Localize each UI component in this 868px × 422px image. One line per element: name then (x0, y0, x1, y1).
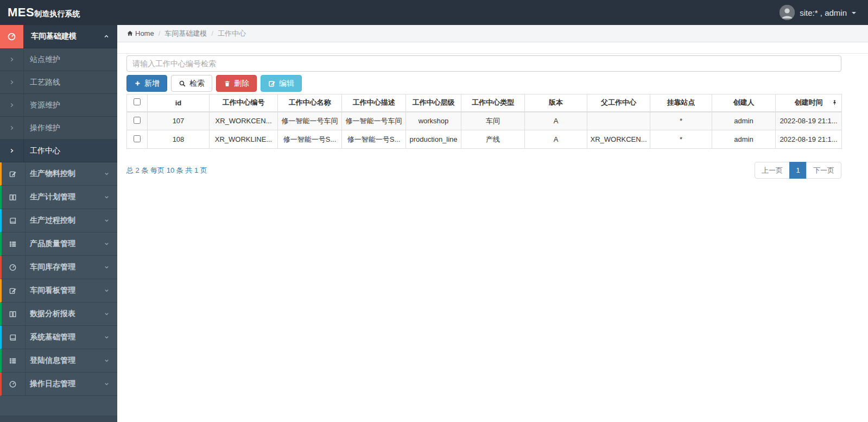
sidebar-item-workshop-modeling[interactable]: 车间基础建模 (0, 25, 117, 48)
chevron-right-icon (0, 102, 23, 108)
sidebar-item-label: 生产物料控制 (30, 169, 75, 179)
cell-type: 产线 (461, 130, 525, 149)
sidebar-item-operation-log-management[interactable]: 操作日志管理 (0, 373, 117, 396)
cell-creator: admin (712, 112, 776, 130)
search-button[interactable]: 检索 (171, 75, 212, 92)
edit-icon (268, 80, 276, 87)
chevron-down-icon (104, 288, 110, 294)
chevron-down-icon (104, 264, 110, 270)
cell-id: 108 (148, 130, 210, 149)
chevron-right-icon (0, 56, 23, 62)
cell-created: 2022-08-19 21:1... (776, 130, 842, 149)
breadcrumb-separator: / (159, 29, 161, 37)
chevron-down-icon (104, 311, 110, 317)
search-input[interactable] (126, 55, 841, 72)
main-content: Home / 车间基础建模 / 工作中心 新增 检索 删除 编辑 (117, 25, 868, 422)
breadcrumb-current: 工作中心 (218, 29, 246, 39)
select-all-checkbox[interactable] (134, 98, 141, 105)
sidebar-subitem-work-center[interactable]: 工作中心 (0, 140, 117, 162)
column-header-type[interactable]: 工作中心类型 (461, 95, 525, 112)
sidebar-item-label: 车间基础建模 (31, 32, 77, 41)
column-header-level[interactable]: 工作中心层级 (406, 95, 461, 112)
row-select-cell (127, 112, 148, 130)
edit-button-label: 编辑 (279, 79, 294, 89)
edit-icon (2, 170, 23, 178)
chevron-down-icon (104, 218, 110, 224)
cell-desc: 修一智能一号车间 (342, 112, 406, 130)
row-select-cell (127, 130, 148, 149)
column-header-desc[interactable]: 工作中心描述 (342, 95, 406, 112)
row-checkbox[interactable] (134, 117, 141, 124)
list-icon (2, 357, 23, 365)
sidebar-item-label: 产品质量管理 (30, 239, 75, 249)
sidebar-item-quality-management[interactable]: 产品质量管理 (0, 232, 117, 256)
column-header-version[interactable]: 版本 (525, 95, 587, 112)
sidebar-item-material-control[interactable]: 生产物料控制 (0, 162, 117, 186)
pin-icon[interactable] (832, 99, 838, 106)
app-logo: MES制造执行系统 (0, 5, 80, 20)
breadcrumb: Home / 车间基础建模 / 工作中心 (117, 25, 868, 42)
sidebar-item-inventory-management[interactable]: 车间库存管理 (0, 256, 117, 279)
column-header-id[interactable]: id (148, 95, 210, 112)
edit-button[interactable]: 编辑 (261, 75, 302, 92)
chevron-down-icon (104, 335, 110, 341)
pagination: 上一页 1 下一页 (755, 162, 841, 179)
sidebar-item-login-info-management[interactable]: 登陆信息管理 (0, 349, 117, 373)
caret-down-icon (852, 12, 856, 14)
search-icon (179, 80, 186, 87)
cell-parent (587, 112, 650, 130)
book-icon (2, 333, 23, 342)
select-all-cell (127, 95, 148, 112)
cell-version: A (525, 112, 587, 130)
sidebar-subitem-label: 操作维护 (30, 123, 60, 133)
sidebar-item-label: 系统基础管理 (30, 332, 75, 342)
add-button[interactable]: 新增 (126, 75, 167, 92)
cell-level: workshop (406, 112, 461, 130)
cell-creator: admin (712, 130, 776, 149)
user-menu[interactable]: site:* , admin (780, 5, 868, 20)
breadcrumb-section-link[interactable]: 车间基础建模 (164, 29, 207, 39)
column-header-created[interactable]: 创建时间 (776, 95, 842, 112)
work-center-table: id 工作中心编号 工作中心名称 工作中心描述 工作中心层级 工作中心类型 版本… (126, 94, 842, 149)
sidebar-item-label: 生产计划管理 (30, 192, 75, 202)
topbar: MES制造执行系统 site:* , admin (0, 0, 868, 25)
breadcrumb-separator: / (211, 29, 213, 37)
sidebar-item-plan-management[interactable]: 生产计划管理 (0, 186, 117, 209)
sidebar-subitem-site-maintenance[interactable]: 站点维护 (0, 48, 117, 71)
dashboard-icon (2, 380, 23, 388)
cell-station: * (650, 112, 712, 130)
sidebar-subitem-resource-maintenance[interactable]: 资源维护 (0, 94, 117, 117)
sidebar-item-kanban-management[interactable]: 车间看板管理 (0, 279, 117, 303)
table-row[interactable]: 107 XR_WORKCEN... 修一智能一号车间 修一智能一号车间 work… (127, 112, 842, 130)
column-header-station[interactable]: 挂靠站点 (650, 95, 712, 112)
cell-parent: XR_WORKCEN... (587, 130, 650, 149)
sidebar-item-data-analysis-reports[interactable]: 数据分析报表 (0, 303, 117, 326)
sidebar-subitem-process-route[interactable]: 工艺路线 (0, 71, 117, 94)
sidebar-item-label: 车间库存管理 (30, 262, 75, 272)
prev-page-button[interactable]: 上一页 (755, 162, 790, 179)
pagination-row: 总 2 条 每页 10 条 共 1 页 上一页 1 下一页 (126, 162, 841, 179)
sidebar-subitem-operation-maintenance[interactable]: 操作维护 (0, 117, 117, 140)
column-header-code[interactable]: 工作中心编号 (210, 95, 278, 112)
table-header-row: id 工作中心编号 工作中心名称 工作中心描述 工作中心层级 工作中心类型 版本… (127, 95, 842, 112)
delete-button[interactable]: 删除 (216, 75, 257, 92)
column-header-name[interactable]: 工作中心名称 (278, 95, 342, 112)
chevron-right-icon (0, 79, 23, 85)
sidebar-item-system-management[interactable]: 系统基础管理 (0, 326, 117, 349)
cell-name: 修一智能一号S... (278, 130, 342, 149)
table-row[interactable]: 108 XR_WORKLINE... 修一智能一号S... 修一智能一号S...… (127, 130, 842, 149)
chevron-down-icon (104, 381, 110, 387)
next-page-button[interactable]: 下一页 (806, 162, 841, 179)
column-header-creator[interactable]: 创建人 (712, 95, 776, 112)
current-page-button[interactable]: 1 (789, 162, 807, 179)
list-icon (2, 240, 23, 248)
sidebar-item-process-control[interactable]: 生产过程控制 (0, 209, 117, 232)
column-header-parent[interactable]: 父工作中心 (587, 95, 650, 112)
cell-code: XR_WORKLINE... (210, 130, 278, 149)
cell-level: production_line (406, 130, 461, 149)
breadcrumb-home-link[interactable]: Home (126, 29, 154, 37)
sidebar-subitem-label: 站点维护 (30, 55, 60, 65)
plus-icon (134, 80, 141, 87)
sidebar: 车间基础建模 站点维护 工艺路线 资源维护 操作维护 工作中心 (0, 25, 117, 422)
row-checkbox[interactable] (134, 135, 141, 142)
